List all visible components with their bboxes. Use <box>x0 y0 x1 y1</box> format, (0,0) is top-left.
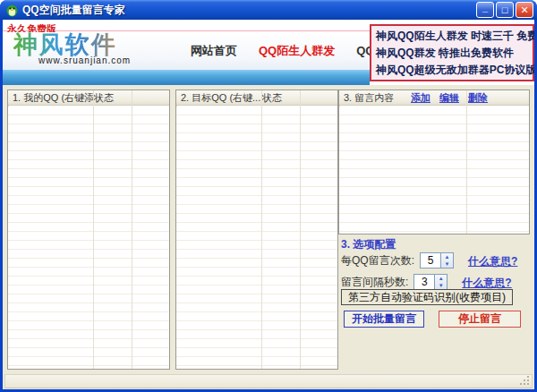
titlebar: QQ空间批量留言专家 _ □ ✕ <box>0 0 537 20</box>
captcha-recognition-button[interactable]: 第三方自动验证码识别(收费项目) <box>341 289 513 305</box>
my-qq-list-body[interactable] <box>8 107 169 369</box>
message-list-header: 3. 留言内容 添加 编辑 删除 <box>339 90 529 106</box>
resize-grip[interactable] <box>520 376 531 387</box>
per-qq-count-stepper[interactable]: 5 ▲ ▼ <box>420 252 454 268</box>
per-qq-count-spin-buttons: ▲ ▼ <box>440 253 453 268</box>
interval-value[interactable]: 3 <box>414 275 434 289</box>
qq-app-icon <box>5 4 19 17</box>
logo-text: 神风软件 <box>13 32 131 57</box>
announcement-line[interactable]: 神风QQ群发 特推出免费软件 <box>376 45 528 62</box>
message-actions: 添加 编辑 删除 <box>411 91 488 105</box>
logo-site-url: www.sruanjian.com <box>38 55 131 65</box>
window-title: QQ空间批量留言专家 <box>22 3 474 18</box>
message-column-header: 3. 留言内容 <box>339 91 398 105</box>
column-divider <box>261 90 262 369</box>
edit-message-link[interactable]: 编辑 <box>439 91 459 105</box>
message-content-list[interactable]: 3. 留言内容 添加 编辑 删除 <box>338 89 530 234</box>
per-qq-help-wrap: 什么意思? <box>468 252 517 269</box>
close-button[interactable]: ✕ <box>516 2 533 18</box>
maximize-icon: □ <box>502 4 508 15</box>
interval-stepper[interactable]: 3 ▲ ▼ <box>413 274 448 290</box>
target-qq-list-body[interactable] <box>176 107 337 369</box>
my-qq-status-column-header: 状态 <box>94 91 114 105</box>
column-divider <box>93 90 94 369</box>
spin-down-icon[interactable]: ▼ <box>441 260 453 268</box>
spin-up-icon[interactable]: ▲ <box>435 275 447 282</box>
message-interval-row: 留言间隔秒数: 3 ▲ ▼ 什么意思? <box>341 273 512 291</box>
blue-divider-bar <box>3 70 370 85</box>
nav-home-link[interactable]: 网站首页 <box>191 43 237 59</box>
target-qq-list-header: 2. 目标QQ (右键... 状态 <box>176 90 337 106</box>
per-qq-count-label: 每QQ留言次数: <box>341 253 414 268</box>
interval-help-wrap: 什么意思? <box>462 274 511 291</box>
target-qq-list[interactable]: 2. 目标QQ (右键... 状态 <box>175 89 338 370</box>
main-area: 1. 我的QQ (右键添加) 状态 2. 目标QQ (右键... 状态 <box>3 85 534 389</box>
minimize-button[interactable]: _ <box>476 2 494 18</box>
options-section-title: 3. 选项配置 <box>341 237 396 252</box>
message-list-body[interactable] <box>339 107 529 234</box>
spin-down-icon[interactable]: ▼ <box>435 282 447 289</box>
nav-qq-stranger-link[interactable]: QQ陌生人群发 <box>259 43 335 59</box>
my-qq-list[interactable]: 1. 我的QQ (右键添加) 状态 <box>7 89 170 370</box>
interval-help-link[interactable]: 什么意思? <box>462 277 511 289</box>
status-bar <box>4 374 533 388</box>
column-divider <box>466 90 467 234</box>
per-qq-count-help-link[interactable]: 什么意思? <box>468 255 517 268</box>
add-message-link[interactable]: 添加 <box>411 91 430 105</box>
my-qq-column-header: 1. 我的QQ (右键添加) <box>8 91 94 105</box>
column-divider <box>300 90 301 369</box>
start-batch-message-button[interactable]: 开始批量留言 <box>344 311 424 328</box>
minimize-icon: _ <box>482 2 488 13</box>
target-qq-column-header: 2. 目标QQ (右键... <box>176 91 262 105</box>
column-divider <box>132 90 132 369</box>
my-qq-list-header: 1. 我的QQ (右键添加) 状态 <box>8 90 169 106</box>
logo: 神风软件 www.sruanjian.com <box>13 32 131 65</box>
interval-spin-buttons: ▲ ▼ <box>434 275 447 289</box>
delete-message-link[interactable]: 删除 <box>468 91 488 105</box>
per-qq-message-count-row: 每QQ留言次数: 5 ▲ ▼ 什么意思? <box>341 251 517 269</box>
target-qq-status-column-header: 状态 <box>262 91 282 105</box>
maximize-button[interactable]: □ <box>496 2 514 18</box>
app-window: QQ空间批量留言专家 _ □ ✕ 永久免费版 神风软件 www.sruanjia… <box>0 0 537 392</box>
announcement-line[interactable]: 神风QQ陌生人群发 时速三千 免费试 <box>376 28 528 45</box>
announcement-line[interactable]: 神风QQ超级无敌加群器PC协议版 <box>376 62 528 79</box>
interval-label: 留言间隔秒数: <box>341 275 408 290</box>
close-icon: ✕ <box>520 4 528 15</box>
window-content: 永久免费版 神风软件 www.sruanjian.com 网站首页 QQ陌生人群… <box>3 20 534 389</box>
per-qq-count-value[interactable]: 5 <box>421 253 440 268</box>
announcement-box: 神风QQ陌生人群发 时速三千 免费试 神风QQ群发 特推出免费软件 神风QQ超级… <box>370 24 534 81</box>
spin-up-icon[interactable]: ▲ <box>441 253 453 260</box>
stop-message-button[interactable]: 停止留言 <box>439 311 521 328</box>
